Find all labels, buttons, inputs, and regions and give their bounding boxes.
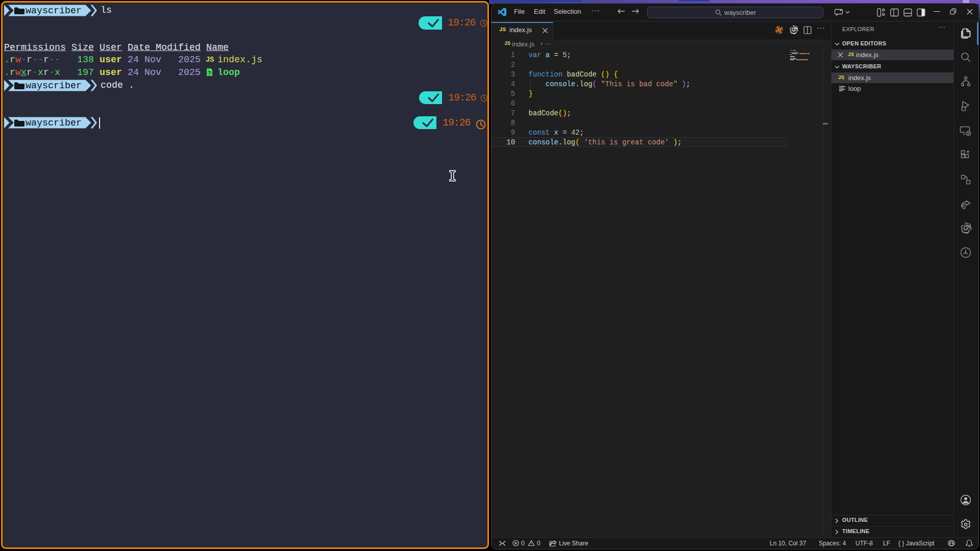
svg-text:wayscriber: wayscriber	[26, 118, 82, 129]
svg-text:wayscriber: wayscriber	[26, 81, 82, 91]
svg-text:wayscriber: wayscriber	[26, 6, 82, 16]
